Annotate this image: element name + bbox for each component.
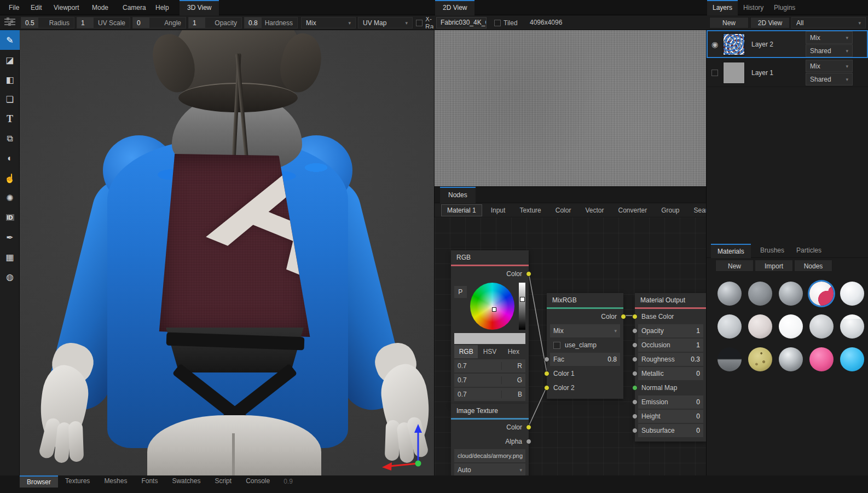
node-menu-vector[interactable]: Vector xyxy=(580,205,609,216)
material-sphere-white-crimson-painted[interactable] xyxy=(809,282,834,306)
tab-console[interactable]: Console xyxy=(239,475,277,488)
socket-color-out[interactable] xyxy=(621,314,626,319)
emission-row-value[interactable]: 0 xyxy=(696,398,700,406)
menu-edit[interactable]: Edit xyxy=(27,0,45,15)
layer-filter-dropdown[interactable]: All ▾ xyxy=(791,17,866,28)
tool-fill[interactable]: ◧ xyxy=(0,70,20,89)
material-sphere-yellow-speckled[interactable] xyxy=(748,347,772,371)
socket-roughness-in[interactable] xyxy=(632,357,638,362)
node-rgb-title[interactable]: RGB xyxy=(451,250,529,265)
layer-thumbnail[interactable] xyxy=(723,62,745,84)
angle-value[interactable]: 0 xyxy=(133,18,149,28)
xray-checkbox[interactable] xyxy=(416,20,423,26)
mix-color-output[interactable]: Color xyxy=(550,310,620,323)
tab-meshes[interactable]: Meshes xyxy=(97,475,134,488)
color-wheel-handle[interactable] xyxy=(492,307,496,312)
hardness-value[interactable]: 0.8 xyxy=(245,18,262,28)
material-sphere-pale-pink-white[interactable] xyxy=(748,314,772,339)
node-image-texture[interactable]: Image Texture Color Alpha cloud/decals/a… xyxy=(451,404,529,476)
tab-3d-view[interactable]: 3D View xyxy=(180,0,219,15)
visibility-eye-icon[interactable]: ◉ xyxy=(707,40,723,49)
socket-normal-map-in[interactable] xyxy=(632,385,638,391)
socket-metallic-in[interactable] xyxy=(632,371,638,376)
tool-text[interactable]: T xyxy=(0,109,20,129)
channel-b-field[interactable]: 0.7 B xyxy=(454,388,525,401)
texture-name-field[interactable]: Fabric030_4K_C.. xyxy=(436,17,487,28)
tab-materials[interactable]: Materials xyxy=(711,244,751,258)
socket-subsurface-in[interactable] xyxy=(632,428,638,433)
tab-script[interactable]: Script xyxy=(207,475,239,488)
tiled-checkbox-group[interactable]: Tiled xyxy=(494,17,518,28)
tool-brush[interactable]: ✎ xyxy=(0,30,20,50)
tab-nodes[interactable]: Nodes xyxy=(440,187,476,203)
layer-blend-dropdown[interactable]: Mix ▾ xyxy=(806,31,853,44)
socket-fac-in[interactable] xyxy=(544,357,549,362)
node-mixrgb-title[interactable]: MixRGB xyxy=(547,293,623,307)
fac-value[interactable]: 0.8 xyxy=(607,356,617,363)
socket-occlusion-in[interactable] xyxy=(632,342,638,348)
opacity-value[interactable]: 1 xyxy=(189,18,205,28)
material-nodes-button[interactable]: Nodes xyxy=(794,260,832,272)
node-menu-group[interactable]: Group xyxy=(656,205,685,216)
material-sphere-dark-mirror[interactable] xyxy=(717,347,742,371)
socket-alpha-out[interactable] xyxy=(526,439,531,444)
layer-2d-view-button[interactable]: 2D View xyxy=(750,17,790,28)
material-sphere-white-matte[interactable] xyxy=(779,314,803,339)
texture-color-output[interactable]: Color xyxy=(454,421,525,434)
tab-fonts[interactable]: Fonts xyxy=(134,475,165,488)
tab-plugins[interactable]: Plugins xyxy=(768,0,801,15)
emission-input[interactable]: Emission 0 xyxy=(638,395,703,409)
texture-alpha-output[interactable]: Alpha xyxy=(454,435,525,448)
brush-settings-icon[interactable] xyxy=(4,19,15,27)
angle-field[interactable]: 0 Angle xyxy=(132,17,186,28)
material-sphere-pink[interactable] xyxy=(809,347,834,371)
layer-row-1[interactable]: Layer 1 Mix ▾ Shared ▾ xyxy=(707,59,868,87)
roughness-row-value[interactable]: 0.3 xyxy=(691,356,700,363)
channel-r-field[interactable]: 0.7 R xyxy=(454,359,525,372)
viewport-3d[interactable]: A xyxy=(20,30,434,475)
occlusion-input[interactable]: Occlusion 1 xyxy=(638,339,703,352)
layer-new-button[interactable]: New xyxy=(709,17,749,28)
material-sphere-light-gray[interactable] xyxy=(717,314,742,339)
color1-input[interactable]: Color 1 xyxy=(550,367,620,380)
tab-swatches[interactable]: Swatches xyxy=(165,475,207,488)
tool-decal[interactable]: ❏ xyxy=(0,89,20,109)
visibility-checkbox[interactable] xyxy=(711,70,718,76)
tab-rgb[interactable]: RGB xyxy=(454,345,478,358)
subsurface-row-value[interactable]: 0 xyxy=(696,427,700,434)
height-input[interactable]: Height 0 xyxy=(638,410,703,423)
tool-bake[interactable]: ▦ xyxy=(0,247,20,267)
opacity-row-value[interactable]: 1 xyxy=(696,327,700,335)
color2-input[interactable]: Color 2 xyxy=(550,381,620,394)
node-image-texture-title[interactable]: Image Texture xyxy=(451,404,529,418)
xray-checkbox-group[interactable]: X-Ra xyxy=(416,17,434,28)
projection-dropdown[interactable]: UV Map ▾ xyxy=(358,17,413,28)
tab-brushes[interactable]: Brushes xyxy=(754,244,791,258)
material-sphere-white-metallic[interactable] xyxy=(840,314,864,339)
opacity-input[interactable]: Opacity 1 xyxy=(638,324,703,337)
tab-layers[interactable]: Layers xyxy=(707,0,738,15)
socket-opacity-in[interactable] xyxy=(632,328,638,334)
material-new-button[interactable]: New xyxy=(715,260,754,272)
tab-hex[interactable]: Hex xyxy=(502,345,525,358)
tab-history[interactable]: History xyxy=(738,0,769,15)
use-clamp-row[interactable]: use_clamp xyxy=(550,339,620,352)
menu-file[interactable]: File xyxy=(5,0,22,15)
channel-b-value[interactable]: 0.7 xyxy=(458,391,501,398)
tool-eraser[interactable]: ◪ xyxy=(0,50,20,70)
channel-r-value[interactable]: 0.7 xyxy=(458,362,501,370)
value-slider[interactable] xyxy=(519,283,525,330)
color-pick-button[interactable]: P xyxy=(454,286,467,298)
rgb-color-output[interactable]: Color xyxy=(454,267,525,280)
texture-path-field[interactable]: cloud/decals/armory.png xyxy=(454,449,525,462)
use-clamp-checkbox[interactable] xyxy=(553,342,560,349)
opacity-field[interactable]: 1 Opacity xyxy=(188,17,242,28)
hardness-field[interactable]: 0.8 Hardness xyxy=(244,17,298,28)
channel-g-value[interactable]: 0.7 xyxy=(458,376,501,384)
color-wheel[interactable] xyxy=(470,283,514,330)
height-row-value[interactable]: 0 xyxy=(696,412,700,420)
tab-particles[interactable]: Particles xyxy=(790,244,828,258)
metallic-row-value[interactable]: 0 xyxy=(696,370,700,377)
tool-picker[interactable]: ✒ xyxy=(0,227,20,247)
uv-scale-value[interactable]: 1 xyxy=(77,18,94,28)
